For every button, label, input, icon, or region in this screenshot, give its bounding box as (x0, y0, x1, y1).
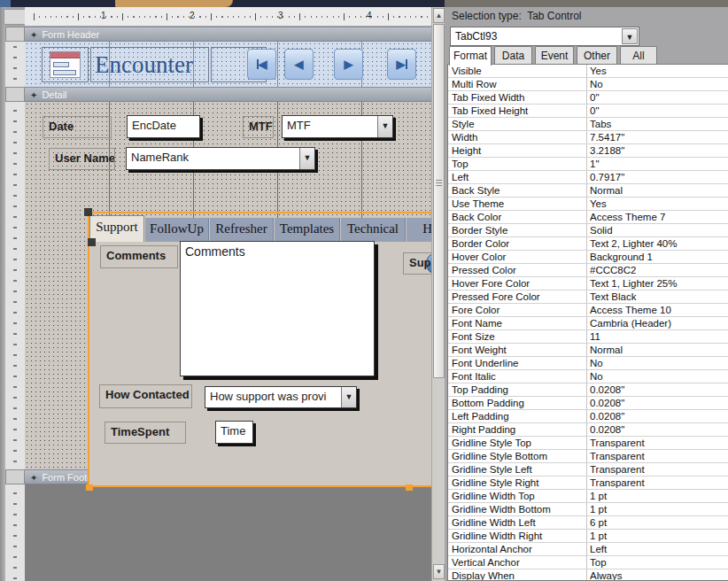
property-name[interactable]: Top (452, 159, 585, 169)
property-name[interactable]: Gridline Width Bottom (452, 504, 585, 515)
property-value[interactable]: 11 (590, 331, 726, 342)
form-header-section-selector[interactable] (5, 27, 25, 42)
property-name[interactable]: Display When (452, 570, 585, 581)
property-value[interactable]: No (590, 79, 726, 89)
vertical-ruler[interactable] (5, 27, 25, 581)
property-name[interactable]: Hover Fore Color (452, 278, 585, 289)
property-value[interactable]: 0.7917" (590, 172, 726, 182)
property-value[interactable]: 3.2188" (590, 145, 726, 156)
property-value[interactable]: Top (590, 557, 726, 568)
property-name[interactable]: Pressed Fore Color (452, 291, 585, 302)
supp-label-clipped[interactable]: Supp (403, 252, 431, 275)
form-vertical-scrollbar[interactable]: ▲ ▼ (431, 7, 445, 581)
property-value[interactable]: 0.0208" (590, 424, 726, 435)
property-name[interactable]: Top Padding (452, 384, 585, 395)
property-name[interactable]: Gridline Style Left (452, 464, 585, 475)
last-record-button[interactable]: ▶ (387, 49, 416, 80)
form-tab-technical[interactable]: Technical (341, 218, 406, 242)
property-tab-format[interactable]: Format (449, 46, 492, 66)
property-name[interactable]: Right Padding (452, 424, 585, 435)
property-name[interactable]: Gridline Width Top (452, 491, 585, 501)
first-record-button[interactable]: ◀ (247, 49, 276, 80)
property-value[interactable]: Solid (590, 225, 726, 236)
property-tab-all[interactable]: All (620, 46, 657, 64)
form-header-area[interactable]: Encounter ◀ ◀ ▶ ▶ (25, 42, 431, 87)
property-value[interactable]: Background 1 (590, 252, 726, 262)
property-name[interactable]: Gridline Style Right (452, 477, 585, 488)
form-title-label[interactable]: Encounter (90, 47, 209, 82)
property-value[interactable]: 0" (590, 105, 726, 116)
detail-area[interactable]: Date EncDate MTF MTF ▼ User Name NameRan… (25, 102, 431, 469)
property-name[interactable]: Pressed Color (452, 265, 585, 275)
property-name[interactable]: Tab Fixed Width (452, 92, 585, 103)
how-contacted-combobox[interactable]: How support was provi ▼ (205, 386, 357, 408)
property-name[interactable]: Fore Color (452, 305, 585, 315)
property-name[interactable]: Back Style (452, 185, 585, 196)
comments-textbox[interactable]: Comments (180, 241, 375, 376)
detail-section-selector[interactable] (5, 87, 25, 102)
control-selector-combobox[interactable]: TabCtl93 ▼ (450, 27, 639, 46)
property-name[interactable]: Visible (452, 66, 585, 76)
tab-page-sizing-handle[interactable] (88, 238, 96, 246)
property-name[interactable]: Gridline Width Right (452, 531, 585, 541)
property-name[interactable]: Tab Fixed Height (452, 105, 585, 116)
property-value[interactable]: Yes (590, 198, 726, 209)
form-tab-support[interactable]: Support (89, 215, 144, 242)
property-value[interactable]: Text 2, Lighter 40% (590, 238, 726, 249)
property-name[interactable]: Font Size (452, 331, 585, 342)
property-name[interactable]: Height (452, 145, 585, 156)
property-value[interactable]: Cambria (Header) (590, 318, 726, 329)
property-name[interactable]: Hover Color (452, 252, 585, 262)
property-value[interactable]: 6 pt (590, 517, 726, 528)
horizontal-ruler[interactable]: 1234 (25, 7, 431, 27)
tab-control-sizing-handle[interactable] (84, 208, 92, 216)
mtf-label[interactable]: MTF (243, 116, 274, 138)
property-tab-other[interactable]: Other (577, 46, 617, 64)
property-name[interactable]: Border Style (452, 225, 585, 236)
property-name[interactable]: Font Italic (452, 371, 585, 382)
property-value[interactable]: Always (590, 570, 726, 581)
property-value[interactable]: No (590, 371, 726, 382)
property-name[interactable]: Width (452, 132, 585, 143)
scrollbar-thumb[interactable] (433, 24, 445, 378)
mtf-combobox[interactable]: MTF ▼ (282, 115, 393, 138)
time-textbox[interactable]: Time (215, 421, 253, 444)
property-name[interactable]: Style (452, 119, 585, 129)
property-name[interactable]: Horizontal Anchor (452, 544, 585, 554)
property-value[interactable]: Text 1, Lighter 25% (590, 278, 726, 289)
previous-record-button[interactable]: ◀ (284, 49, 314, 80)
property-name[interactable]: Font Name (452, 318, 585, 329)
form-footer-section-selector[interactable] (5, 469, 25, 484)
tab-control-bottom-handle[interactable] (86, 484, 93, 491)
detail-section-bar[interactable]: ✦Detail (25, 87, 431, 102)
property-value[interactable]: 0.0208" (590, 384, 726, 395)
form-header-section-bar[interactable]: ✦Form Header (25, 27, 431, 42)
property-name[interactable]: Font Underline (452, 358, 585, 368)
property-name[interactable]: Gridline Width Left (452, 517, 585, 528)
property-value[interactable]: 0.0208" (590, 411, 726, 422)
dropdown-arrow-icon[interactable]: ▼ (341, 387, 356, 407)
property-value[interactable]: 0.0208" (590, 398, 726, 408)
property-value[interactable]: Transparent (590, 477, 726, 488)
property-value[interactable]: Yes (590, 66, 726, 76)
property-value[interactable]: Tabs (590, 119, 726, 129)
property-value[interactable]: No (590, 358, 726, 368)
property-name[interactable]: Back Color (452, 212, 585, 222)
scroll-down-icon[interactable]: ▼ (433, 564, 445, 579)
scroll-up-icon[interactable]: ▲ (433, 8, 445, 23)
property-value[interactable]: Transparent (590, 464, 726, 475)
property-value[interactable]: 1 pt (590, 531, 726, 541)
form-tab-har[interactable]: Har (407, 218, 431, 242)
property-value[interactable]: Normal (590, 185, 726, 196)
property-name[interactable]: Font Weight (452, 345, 585, 355)
timespent-label[interactable]: TimeSpent (105, 422, 186, 444)
dropdown-arrow-icon[interactable]: ▼ (299, 148, 314, 169)
property-value[interactable]: Transparent (590, 451, 726, 461)
date-label[interactable]: Date (43, 116, 112, 138)
property-value[interactable]: 0" (590, 92, 726, 103)
how-contacted-label[interactable]: How Contacted (99, 384, 192, 408)
property-value[interactable]: Normal (590, 345, 726, 355)
comments-label[interactable]: Comments (100, 245, 178, 268)
form-tab-templates[interactable]: Templates (275, 218, 340, 242)
property-name[interactable]: Border Color (452, 238, 585, 249)
